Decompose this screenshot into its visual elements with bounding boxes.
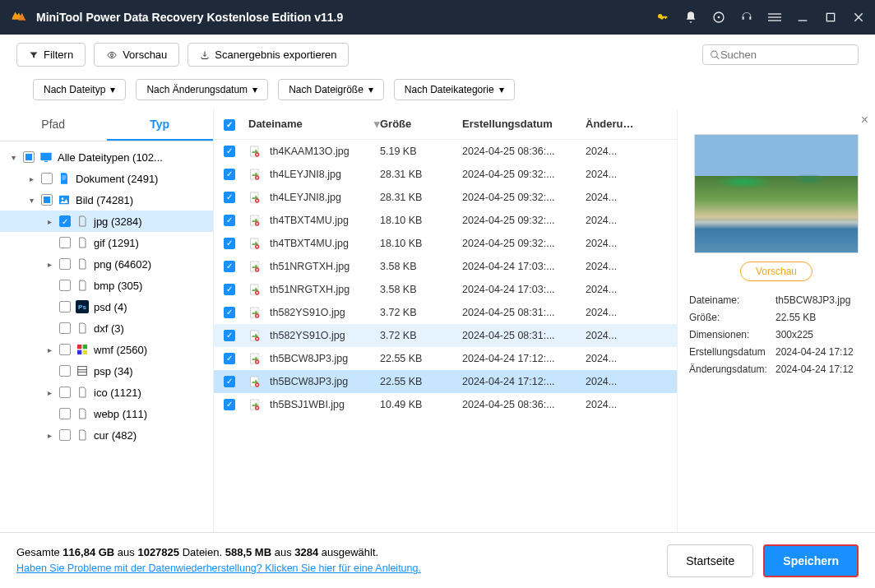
tree-node[interactable]: ▾Alle Dateitypen (102...	[0, 146, 213, 168]
tree-node[interactable]: bmp (305)	[0, 275, 213, 296]
file-icon	[248, 375, 262, 388]
file-modified: 2024...	[586, 284, 635, 295]
row-checkbox[interactable]: ✓	[224, 192, 235, 203]
home-button[interactable]: Startseite	[667, 544, 753, 577]
table-row[interactable]: ✓th5BCW8JP3.jpg22.55 KB2024-04-24 17:12:…	[214, 347, 677, 370]
type-icon	[58, 172, 71, 185]
dd-filesize[interactable]: Nach Dateigröße▾	[278, 79, 384, 100]
tree-checkbox[interactable]: ✓	[59, 215, 71, 227]
row-checkbox[interactable]: ✓	[224, 169, 235, 180]
tree-node[interactable]: ▸wmf (2560)	[0, 339, 213, 360]
dd-filecat[interactable]: Nach Dateikategorie▾	[394, 79, 515, 100]
save-button[interactable]: Speichern	[763, 544, 859, 577]
dd-filetype[interactable]: Nach Dateityp▾	[33, 79, 126, 100]
col-name[interactable]: Dateiname▾	[248, 118, 380, 131]
tree-node[interactable]: ▸png (64602)	[0, 253, 213, 275]
table-row[interactable]: ✓th582YS91O.jpg3.72 KB2024-04-25 08:31:.…	[214, 324, 677, 347]
search-box[interactable]	[702, 44, 859, 65]
close-preview-icon[interactable]: ×	[861, 113, 868, 127]
search-input[interactable]	[720, 49, 851, 61]
table-row[interactable]: ✓th4TBXT4MU.jpg18.10 KB2024-04-25 09:32:…	[214, 232, 677, 255]
table-row[interactable]: ✓th51NRGTXH.jpg3.58 KB2024-04-24 17:03:.…	[214, 255, 677, 278]
dd-moddate[interactable]: Nach Änderungsdatum▾	[136, 79, 268, 100]
file-created: 2024-04-24 17:03:...	[462, 284, 586, 295]
expand-icon[interactable]: ▸	[44, 431, 54, 440]
tab-path[interactable]: Pfad	[0, 109, 107, 141]
row-checkbox[interactable]: ✓	[224, 146, 235, 157]
row-checkbox[interactable]: ✓	[224, 353, 235, 364]
col-created[interactable]: Erstellungsdatum	[462, 118, 586, 131]
type-icon	[76, 343, 89, 356]
row-checkbox[interactable]: ✓	[224, 376, 235, 387]
tree-checkbox[interactable]	[59, 301, 71, 313]
table-row[interactable]: ✓th582YS91O.jpg3.72 KB2024-04-25 08:31:.…	[214, 301, 677, 324]
tree-checkbox[interactable]	[59, 280, 71, 291]
row-checkbox[interactable]: ✓	[224, 215, 235, 226]
tree-node[interactable]: ▸ico (1121)	[0, 382, 213, 403]
expand-icon[interactable]: ▾	[8, 153, 18, 162]
row-checkbox[interactable]: ✓	[224, 330, 235, 341]
file-icon	[248, 191, 262, 204]
close-icon[interactable]	[852, 11, 865, 24]
select-all-checkbox[interactable]: ✓	[224, 119, 235, 131]
bell-icon[interactable]	[684, 11, 697, 24]
tree-checkbox[interactable]	[59, 237, 71, 248]
col-modified[interactable]: Änderungs	[586, 118, 635, 131]
filter-button[interactable]: Filtern	[16, 43, 86, 67]
row-checkbox[interactable]: ✓	[224, 284, 235, 295]
expand-icon[interactable]: ▸	[44, 260, 54, 269]
maximize-icon[interactable]	[824, 11, 837, 24]
preview-open-button[interactable]: Vorschau	[740, 262, 812, 281]
tree-node[interactable]: gif (1291)	[0, 232, 213, 253]
tree-checkbox[interactable]	[59, 387, 71, 398]
row-checkbox[interactable]: ✓	[224, 399, 235, 410]
tree-checkbox[interactable]	[59, 365, 71, 377]
expand-icon[interactable]: ▾	[26, 196, 36, 205]
tree-node[interactable]: ▾Bild (74281)	[0, 189, 213, 211]
tree-node[interactable]: psp (34)	[0, 360, 213, 382]
file-modified: 2024...	[586, 146, 635, 157]
expand-icon[interactable]: ▸	[44, 217, 54, 226]
tree-checkbox[interactable]	[59, 429, 71, 441]
tree-checkbox[interactable]	[41, 173, 53, 184]
tree-checkbox[interactable]	[59, 344, 71, 355]
tree-node[interactable]: Pspsd (4)	[0, 296, 213, 317]
row-checkbox[interactable]: ✓	[224, 238, 235, 249]
tree-node[interactable]: dxf (3)	[0, 317, 213, 339]
row-checkbox[interactable]: ✓	[224, 307, 235, 318]
preview-thumbnail[interactable]	[694, 134, 859, 253]
tree-checkbox[interactable]	[59, 258, 71, 270]
table-row[interactable]: ✓th51NRGTXH.jpg3.58 KB2024-04-24 17:03:.…	[214, 278, 677, 301]
row-checkbox[interactable]: ✓	[224, 261, 235, 272]
tree-node[interactable]: webp (111)	[0, 403, 213, 424]
tree-checkbox[interactable]	[59, 322, 71, 334]
table-row[interactable]: ✓th4KAAM13O.jpg5.19 KB2024-04-25 08:36:.…	[214, 140, 677, 163]
table-row[interactable]: ✓th5BSJ1WBI.jpg10.49 KB2024-04-25 08:36:…	[214, 393, 677, 416]
table-row[interactable]: ✓th4LEYJNI8.jpg28.31 KB2024-04-25 09:32:…	[214, 186, 677, 209]
disc-icon[interactable]	[712, 11, 725, 24]
export-button[interactable]: Scanergebnis exportieren	[188, 43, 349, 67]
tree-node[interactable]: ▸Dokument (2491)	[0, 168, 213, 189]
table-row[interactable]: ✓th4TBXT4MU.jpg18.10 KB2024-04-25 09:32:…	[214, 209, 677, 232]
expand-icon[interactable]: ▸	[44, 345, 54, 354]
file-icon	[248, 260, 262, 273]
tab-type[interactable]: Typ	[107, 109, 214, 141]
tree-checkbox[interactable]	[59, 408, 71, 419]
table-row[interactable]: ✓th4LEYJNI8.jpg28.31 KB2024-04-25 09:32:…	[214, 163, 677, 186]
expand-icon[interactable]: ▸	[44, 388, 54, 397]
help-link[interactable]: Haben Sie Probleme mit der Datenwiederhe…	[16, 563, 421, 574]
headset-icon[interactable]	[740, 11, 753, 24]
tree-node[interactable]: ▸✓jpg (3284)	[0, 211, 213, 232]
menu-icon[interactable]	[768, 11, 781, 24]
table-row[interactable]: ✓th5BCW8JP3.jpg22.55 KB2024-04-24 17:12:…	[214, 370, 677, 393]
col-size[interactable]: Größe	[380, 118, 462, 131]
meta-val: th5BCW8JP3.jpg	[775, 294, 863, 306]
preview-button[interactable]: Vorschau	[94, 43, 179, 67]
key-icon[interactable]	[656, 11, 669, 24]
svg-rect-23	[78, 367, 87, 376]
tree-checkbox[interactable]	[41, 194, 53, 206]
tree-node[interactable]: ▸cur (482)	[0, 424, 213, 446]
tree-checkbox[interactable]	[23, 151, 35, 163]
minimize-icon[interactable]	[796, 11, 809, 24]
expand-icon[interactable]: ▸	[26, 174, 36, 183]
